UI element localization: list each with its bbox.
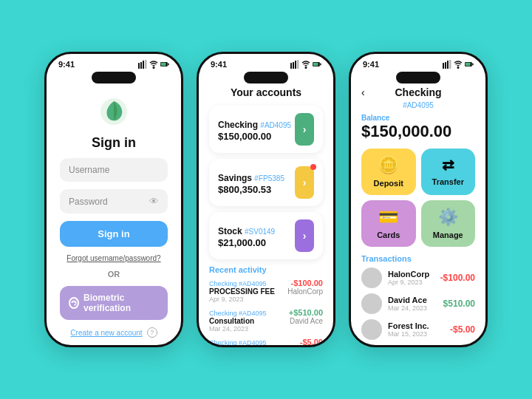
dynamic-island-2 (244, 72, 288, 83)
transfer-icon: ⇄ (442, 156, 454, 174)
signin-title: Sign in (92, 135, 136, 151)
status-icons-1 (138, 60, 169, 69)
tx-info-2: David Ace Mar 24, 2023 (388, 296, 437, 312)
tx-desc-2: Consultation (209, 317, 254, 325)
password-field[interactable]: Password 👁 (60, 189, 168, 214)
status-bar-2: 9:41 (199, 54, 333, 72)
deposit-tile[interactable]: 🪙 Deposit (361, 149, 416, 195)
manage-label: Manage (433, 231, 463, 239)
phone-signin: 9:41 Sign in Username Password 👁 Sign in (44, 52, 183, 347)
tx-info-1: HalonCorp Apr 9, 2023 (388, 270, 434, 286)
leaf-logo (98, 95, 130, 128)
account-balance-checking: $150,000.00 (218, 131, 291, 142)
svg-rect-10 (293, 62, 294, 69)
biometric-label: Biometric verification (83, 293, 159, 313)
username-placeholder: Username (69, 165, 109, 175)
svg-rect-16 (313, 63, 318, 66)
transactions-title: Transactions (361, 254, 475, 263)
phone-checking: 9:41 ‹ Checking #AD4095 Balance $150,000… (349, 52, 488, 347)
cards-tile[interactable]: 💳 Cards (361, 200, 416, 247)
create-account-row: Create a new account ? (70, 327, 157, 338)
tx-item-1: Checking #AD4095 -$100.00 PROCESSING FEE… (209, 279, 323, 303)
account-id-savings: #FP5385 (254, 174, 284, 183)
account-balance-stock: $21,000.00 (218, 237, 275, 248)
deposit-icon: 🪙 (378, 156, 398, 175)
tx-date-r1: Apr 9, 2023 (388, 279, 434, 286)
or-divider: OR (108, 270, 120, 279)
svg-rect-24 (466, 63, 471, 66)
account-id-checking: #AD4095 (260, 121, 291, 129)
account-name-savings: Savings (218, 173, 254, 183)
manage-tile[interactable]: ⚙️ Manage (421, 200, 476, 247)
balance-label: Balance (361, 114, 475, 122)
svg-rect-20 (449, 60, 451, 69)
svg-rect-23 (472, 64, 474, 66)
account-card-checking[interactable]: Checking #AD4095 $150,000.00 › (209, 106, 323, 153)
tx-amount-1: -$100.00 (291, 279, 323, 287)
svg-rect-0 (138, 63, 140, 69)
signin-button[interactable]: Sign in (60, 221, 168, 247)
back-arrow[interactable]: ‹ (361, 86, 365, 98)
svg-rect-17 (443, 63, 444, 69)
tx-avatar-1 (361, 267, 382, 288)
status-bar-1: 9:41 (47, 54, 181, 72)
tx-val-1: -$100.00 (440, 273, 475, 283)
signin-screen: Sign in Username Password 👁 Sign in Forg… (47, 86, 181, 345)
tx-date-1: Apr 9, 2023 (209, 296, 323, 303)
tx-date-r2: Mar 24, 2023 (388, 304, 437, 312)
accounts-title: Your accounts (209, 86, 323, 98)
dynamic-island-1 (92, 72, 136, 83)
svg-rect-9 (290, 63, 292, 69)
tx-row-2: David Ace Mar 24, 2023 $510.00 (361, 293, 475, 314)
account-balance-savings: $800,350.53 (218, 184, 284, 195)
deposit-label: Deposit (374, 179, 403, 188)
action-grid: 🪙 Deposit ⇄ Transfer 💳 Cards ⚙️ Manage (361, 149, 475, 247)
transfer-label: Transfer (432, 177, 464, 186)
tx-name-2: David Ace (388, 296, 437, 304)
help-icon[interactable]: ? (147, 327, 157, 338)
chevron-savings[interactable]: › (295, 166, 314, 199)
svg-rect-1 (140, 62, 142, 69)
tx-avatar-2 (361, 293, 382, 314)
tx-amount-2: +$510.00 (289, 308, 323, 317)
svg-rect-11 (295, 61, 296, 69)
eye-icon: 👁 (149, 196, 159, 207)
checking-title: Checking (395, 86, 441, 98)
svg-rect-3 (145, 60, 147, 69)
create-account-link[interactable]: Create a new account (70, 329, 142, 337)
notification-dot (310, 164, 316, 170)
svg-rect-2 (143, 61, 144, 69)
svg-point-4 (153, 67, 154, 69)
tx-party-2: David Ace (290, 317, 323, 325)
chevron-stock[interactable]: › (295, 219, 314, 252)
tx-avatar-3 (361, 319, 382, 340)
tx-val-2: $510.00 (443, 299, 475, 309)
time-3: 9:41 (363, 60, 379, 69)
transfer-tile[interactable]: ⇄ Transfer (421, 149, 476, 195)
tx-date-2: Mar 24, 2023 (209, 325, 323, 332)
tx-account-2: Checking #AD4095 (209, 310, 267, 317)
svg-rect-6 (168, 64, 169, 66)
account-card-stock[interactable]: Stock #SV0149 $21,000.00 › (209, 212, 323, 259)
account-id-stock: #SV0149 (245, 228, 275, 236)
tx-row-3: Forest Inc. Mar 15, 2023 -$5.00 (361, 319, 475, 340)
biometric-button[interactable]: Biometric verification (60, 286, 168, 320)
tx-name-1: HalonCorp (388, 270, 434, 279)
tx-desc-1: PROCESSING FEE (209, 287, 275, 296)
svg-point-13 (305, 67, 307, 69)
checking-account-id: #AD4095 (361, 101, 475, 109)
dynamic-island-3 (396, 72, 440, 83)
tx-party-1: HalonCorp (287, 287, 323, 296)
account-name-stock: Stock (218, 226, 245, 236)
chevron-checking[interactable]: › (295, 113, 314, 146)
checking-header: ‹ Checking (361, 86, 475, 98)
account-name-checking: Checking (218, 120, 260, 130)
username-field[interactable]: Username (60, 158, 168, 182)
status-icons-3 (443, 60, 474, 69)
recent-activity-title: Recent activity (209, 265, 323, 274)
forgot-link[interactable]: Forgot username/password? (66, 254, 160, 262)
tx-item-3: Checking #AD4095 -$5.00 FOREST SUBSCRIPT… (209, 338, 323, 345)
status-bar-3: 9:41 (351, 54, 485, 72)
tx-account-1: Checking #AD4095 (209, 280, 267, 287)
account-card-savings[interactable]: Savings #FP5385 $800,350.53 › (209, 159, 323, 206)
